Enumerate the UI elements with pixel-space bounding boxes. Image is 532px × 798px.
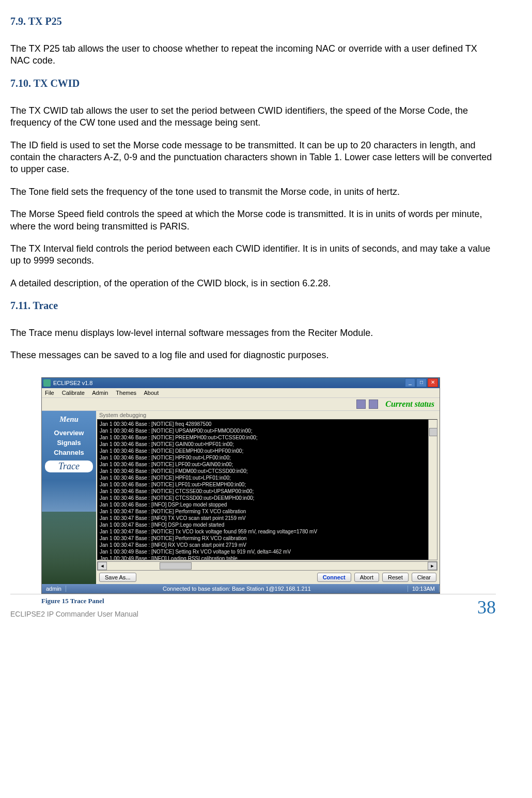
trace-line: Jan 1 00:30:46 Base : [NOTICE] CTCSSE00:… — [100, 488, 435, 495]
trace-line: Jan 1 00:30:46 Base : [NOTICE] FMDM00:ou… — [100, 468, 435, 474]
footer-doc-title: ECLIPSE2 IP Commander User Manual — [10, 610, 138, 618]
body-text: The Tone field sets the frequency of the… — [10, 186, 496, 198]
trace-line: Jan 1 00:30:47 Base : [INFO] TX VCO scan… — [100, 515, 435, 521]
status-connection: Connected to base station: Base Station … — [66, 586, 408, 592]
body-text: The Morse Speed field controls the speed… — [10, 208, 496, 233]
heading-tx-cwid: 7.10. TX CWID — [10, 78, 496, 89]
menu-calibrate[interactable]: Calibrate — [62, 390, 85, 396]
minimize-button[interactable]: _ — [405, 378, 415, 387]
window-title: ECLIPSE2 v1.8 — [53, 380, 92, 386]
toolbar: Current status — [42, 398, 440, 411]
trace-line: Jan 1 00:30:47 Base : [NOTICE] Performin… — [100, 535, 435, 542]
scroll-right-icon[interactable]: ► — [428, 562, 437, 570]
vertical-scrollbar[interactable] — [428, 420, 437, 560]
body-text: The Trace menu displays low-level intern… — [10, 327, 496, 339]
trace-line: Jan 1 00:30:46 Base : [INFO] DSP:Lego mo… — [100, 501, 435, 508]
sidebar-item-trace[interactable]: Trace — [45, 461, 93, 472]
menubar: File Calibrate Admin Themes About — [42, 388, 440, 398]
sidebar-background-image — [42, 512, 96, 584]
sidebar-title: Menu — [42, 415, 96, 424]
horizontal-scrollbar[interactable]: ◄ ► — [97, 561, 437, 571]
heading-trace: 7.11. Trace — [10, 300, 496, 312]
menu-file[interactable]: File — [45, 390, 54, 396]
app-window: ECLIPSE2 v1.8 _ □ ✕ File Calibrate Admin… — [41, 377, 440, 594]
close-button[interactable]: ✕ — [428, 378, 438, 387]
toolbar-icon[interactable] — [369, 400, 378, 409]
trace-line: Jan 1 00:30:47 Base : [NOTICE] Performin… — [100, 508, 435, 515]
trace-log[interactable]: Jan 1 00:30:46 Base : [NOTICE] freq 4289… — [97, 419, 437, 560]
statusbar: admin Connected to base station: Base St… — [42, 584, 440, 593]
trace-line: Jan 1 00:30:46 Base : [NOTICE] DEEMPH00:… — [100, 448, 435, 454]
menu-themes[interactable]: Themes — [116, 390, 136, 396]
trace-line: Jan 1 00:30:46 Base : [NOTICE] LPF01:out… — [100, 481, 435, 488]
body-text: The TX CWID tab allows the user to set t… — [10, 105, 496, 129]
trace-line: Jan 1 00:30:47 Base : [INFO] DSP:Lego mo… — [100, 521, 435, 528]
body-text: The TX P25 tab allows the user to choose… — [10, 43, 496, 67]
clear-button[interactable]: Clear — [412, 573, 436, 582]
button-row: Save As... Connect Abort Reset Clear — [96, 571, 440, 584]
figure-caption: Figure 15 Trace Panel — [41, 597, 496, 605]
sidebar: Menu Overview Signals Channels Trace — [42, 411, 96, 584]
trace-line: Jan 1 00:30:49 Base : [INFO] Loading RSS… — [100, 555, 435, 560]
abort-button[interactable]: Abort — [354, 573, 379, 582]
trace-line: Jan 1 00:30:46 Base : [NOTICE] PREEMPH00… — [100, 434, 435, 441]
trace-line: Jan 1 00:30:49 Base : [NOTICE] Setting R… — [100, 548, 435, 555]
window-titlebar[interactable]: ECLIPSE2 v1.8 _ □ ✕ — [42, 378, 440, 388]
heading-tx-p25: 7.9. TX P25 — [10, 16, 496, 27]
sidebar-item-overview[interactable]: Overview — [42, 429, 96, 437]
toolbar-icon[interactable] — [356, 400, 366, 409]
status-time: 10:13AM — [408, 586, 440, 592]
save-as-button[interactable]: Save As... — [99, 573, 136, 582]
app-icon — [43, 379, 51, 387]
body-text: The ID field is used to set the Morse co… — [10, 140, 496, 176]
trace-line: Jan 1 00:30:47 Base : [NOTICE] Tx VCO lo… — [100, 528, 435, 535]
trace-line: Jan 1 00:30:46 Base : [NOTICE] LPF00:out… — [100, 461, 435, 468]
current-status-label: Current status — [385, 400, 434, 409]
panel-label: System debugging — [96, 411, 440, 419]
maximize-button[interactable]: □ — [416, 378, 427, 387]
body-text: A detailed description, of the operation… — [10, 278, 496, 289]
trace-line: Jan 1 00:30:46 Base : [NOTICE] UPSAMP00:… — [100, 427, 435, 434]
body-text: These messages can be saved to a log fil… — [10, 349, 496, 361]
trace-line: Jan 1 00:30:46 Base : [NOTICE] CTCSSD00:… — [100, 495, 435, 501]
reset-button[interactable]: Reset — [382, 573, 409, 582]
status-user: admin — [42, 586, 66, 592]
menu-about[interactable]: About — [144, 390, 159, 396]
connect-button[interactable]: Connect — [317, 573, 351, 582]
sidebar-item-channels[interactable]: Channels — [42, 449, 96, 456]
menu-admin[interactable]: Admin — [92, 390, 108, 396]
trace-line: Jan 1 00:30:46 Base : [NOTICE] freq 4289… — [100, 421, 435, 427]
trace-line: Jan 1 00:30:46 Base : [NOTICE] HPF00:out… — [100, 454, 435, 461]
trace-line: Jan 1 00:30:46 Base : [NOTICE] GAIN00:ou… — [100, 441, 435, 448]
body-text: The TX Interval field controls the perio… — [10, 243, 496, 267]
trace-line: Jan 1 00:30:47 Base : [INFO] RX VCO scan… — [100, 542, 435, 548]
scroll-left-icon[interactable]: ◄ — [98, 562, 107, 570]
sidebar-item-signals[interactable]: Signals — [42, 439, 96, 447]
figure-trace-panel: ECLIPSE2 v1.8 _ □ ✕ File Calibrate Admin… — [41, 377, 496, 605]
trace-line: Jan 1 00:30:46 Base : [NOTICE] HPF01:out… — [100, 474, 435, 481]
